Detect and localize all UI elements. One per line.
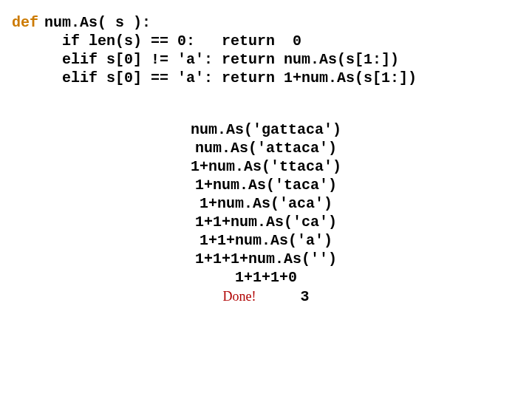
trace-line: 1+1+num.As('a') (12, 231, 520, 250)
trace-line: 1+num.As('aca') (12, 194, 520, 213)
trace-line: 1+num.As('taca') (12, 176, 520, 194)
final-result: 3 (300, 288, 309, 305)
def-keyword: def (12, 13, 38, 32)
trace-line: 1+1+1+0 (12, 268, 520, 287)
code-block: def num.As( s ): if len(s) == 0: return … (12, 13, 520, 87)
function-body: num.As( s ): if len(s) == 0: return 0 el… (44, 13, 417, 87)
trace-line: 1+num.As('ttaca') (12, 157, 520, 176)
trace-block: num.As('gattaca') num.As('attaca') 1+num… (12, 120, 520, 305)
trace-line: 1+1+1+num.As('') (12, 250, 520, 268)
result-row: Done! 3 (12, 288, 520, 305)
trace-line: num.As('attaca') (12, 139, 520, 157)
trace-line: 1+1+num.As('ca') (12, 213, 520, 231)
trace-line: num.As('gattaca') (12, 120, 520, 139)
slide-root: def num.As( s ): if len(s) == 0: return … (0, 0, 532, 399)
done-label: Done! (223, 289, 256, 304)
